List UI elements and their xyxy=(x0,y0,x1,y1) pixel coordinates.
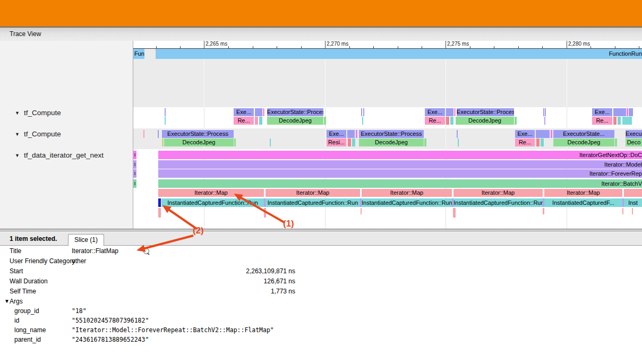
trace-slice[interactable] xyxy=(624,189,642,197)
row-chip[interactable]: I xyxy=(133,151,136,159)
trace-slice[interactable] xyxy=(424,138,426,146)
trace-slice[interactable] xyxy=(541,138,544,146)
trace-slice[interactable] xyxy=(545,108,546,116)
trace-slice[interactable]: Re... xyxy=(515,138,535,146)
trace-slice[interactable] xyxy=(255,117,258,125)
tab-slice[interactable]: Slice (1) xyxy=(68,234,104,246)
trace-slice[interactable] xyxy=(264,208,266,218)
trace-slice[interactable] xyxy=(551,130,552,138)
trace-slice[interactable] xyxy=(259,117,262,125)
trace-slice[interactable] xyxy=(632,208,633,214)
trace-slice[interactable] xyxy=(622,208,623,214)
row-chip[interactable]: I xyxy=(133,169,136,178)
trace-slice[interactable]: InstantiatedCapturedFunction::Run xyxy=(266,198,360,207)
trace-slice[interactable]: Deco xyxy=(626,138,642,146)
trace-slice[interactable] xyxy=(165,108,166,116)
trace-slice[interactable]: Exe... xyxy=(425,108,445,116)
trace-slice[interactable] xyxy=(446,117,449,125)
trace-slice[interactable] xyxy=(255,108,262,116)
sidebar-group-tf_Compute[interactable]: ▼tf_Compute xyxy=(0,108,133,118)
selected-slice[interactable] xyxy=(158,198,161,207)
trace-slice[interactable] xyxy=(543,108,544,116)
trace-slice[interactable]: Re... xyxy=(425,117,445,125)
trace-slice[interactable]: InstantiatedCapturedF... xyxy=(544,198,622,207)
trace-slice[interactable] xyxy=(543,208,544,214)
trace-slice[interactable]: Exe... xyxy=(592,108,612,116)
trace-slice[interactable]: Iterator::Map xyxy=(266,189,360,197)
magnifier-icon[interactable] xyxy=(143,248,149,254)
trace-slice[interactable]: Re... xyxy=(234,117,254,125)
trace-slice[interactable]: InstantiatedCapturedFunction::Run xyxy=(161,198,264,207)
trace-slice[interactable] xyxy=(356,130,357,138)
trace-slice[interactable]: ExecutorState::Process xyxy=(457,108,514,116)
trace-slice[interactable]: Iterator::Map xyxy=(544,189,622,197)
trace-slice[interactable]: Iterator::ForeverRep xyxy=(158,169,642,178)
trace-slice[interactable]: Execut xyxy=(626,130,642,138)
trace-slice[interactable] xyxy=(622,117,632,125)
row-chip[interactable]: I xyxy=(133,160,136,169)
trace-slice[interactable] xyxy=(158,130,159,138)
trace-slice[interactable] xyxy=(544,117,545,125)
trace-slice[interactable] xyxy=(165,117,166,125)
trace-slice[interactable] xyxy=(158,208,161,218)
trace-slice[interactable] xyxy=(363,108,364,116)
sidebar-group-tf_data_iterator_get_next[interactable]: ▼tf_data_iterator_get_next xyxy=(0,150,133,161)
trace-slice[interactable] xyxy=(234,138,236,146)
sidebar-group-tf_Compute[interactable]: ▼tf_Compute xyxy=(0,129,133,140)
trace-slice[interactable] xyxy=(458,138,459,146)
trace-slice[interactable]: Iterator::BatchV xyxy=(158,179,642,188)
trace-slice[interactable]: DecodeJpeg xyxy=(456,117,514,125)
row-chip[interactable]: I xyxy=(133,179,136,188)
trace-slice[interactable]: ExecutorState::Process xyxy=(162,130,234,138)
trace-slice[interactable] xyxy=(270,138,271,146)
trace-slice[interactable] xyxy=(324,117,326,125)
trace-slice[interactable]: Iterator::Map xyxy=(158,189,264,197)
trace-slice[interactable]: DecodeJpeg xyxy=(359,138,424,146)
trace-slice[interactable]: Exe... xyxy=(327,130,346,138)
trace-slice[interactable] xyxy=(536,138,540,146)
trace-slice[interactable] xyxy=(615,138,617,146)
trace-slice[interactable]: Re... xyxy=(592,117,612,125)
trace-slice[interactable] xyxy=(515,117,517,125)
trace-slice[interactable]: Exe... xyxy=(234,108,254,116)
trace-slice[interactable] xyxy=(453,208,456,218)
trace-slice[interactable]: DecodeJpeg xyxy=(267,117,323,125)
trace-slice[interactable] xyxy=(457,130,458,138)
trace-slice[interactable]: Resi... xyxy=(327,138,346,146)
trace-slice[interactable]: InstantiatedCapturedFunction::Run xyxy=(453,198,543,207)
trace-slice[interactable]: Iterator::Map xyxy=(453,189,543,197)
trace-slice[interactable] xyxy=(629,108,633,116)
trace-slice[interactable]: InstantiatedCapturedFunction::Run xyxy=(362,198,452,207)
trace-slice[interactable] xyxy=(618,117,621,125)
trace-slice[interactable]: IteratorGetNextOp::DoC xyxy=(158,151,642,159)
trace-slice[interactable]: DecodeJpeg xyxy=(553,138,614,146)
trace-slice[interactable] xyxy=(352,138,355,146)
trace-slice[interactable] xyxy=(347,130,355,138)
trace-slice[interactable]: FunctionRun xyxy=(156,48,642,59)
trace-slice[interactable] xyxy=(627,108,628,116)
trace-slice[interactable]: Iterator::Map xyxy=(362,189,452,197)
time-ruler[interactable]: 2,265 ms2,270 ms2,275 ms2,280 ms xyxy=(133,41,642,49)
trace-slice[interactable] xyxy=(143,130,144,138)
trace-slice[interactable] xyxy=(361,108,362,116)
trace-slice[interactable] xyxy=(613,117,617,125)
trace-slice[interactable] xyxy=(536,130,550,138)
trace-slice[interactable]: Fun xyxy=(133,48,144,59)
trace-slice[interactable] xyxy=(450,117,453,125)
trace-slice[interactable]: ExecutorState::Process xyxy=(267,108,323,116)
trace-slice[interactable]: Exe... xyxy=(515,130,535,138)
trace-slice[interactable] xyxy=(446,108,453,116)
trace-slice[interactable]: Inst xyxy=(624,198,642,207)
trace-slice[interactable] xyxy=(613,108,626,116)
trace-slice[interactable]: Iterator::Model xyxy=(158,160,642,169)
trace-slice[interactable] xyxy=(361,208,362,214)
trace-slice[interactable]: ExecutorState... xyxy=(553,130,614,138)
trace-slice[interactable] xyxy=(263,108,264,116)
trace-slice[interactable] xyxy=(454,108,456,116)
trace-slice[interactable] xyxy=(362,117,363,125)
panel-divider[interactable] xyxy=(0,229,642,232)
trace-slice[interactable] xyxy=(348,138,351,146)
trace-slice[interactable] xyxy=(162,138,164,146)
trace-slice[interactable]: DecodeJpeg xyxy=(164,138,234,146)
trace-slice[interactable]: ExecutorState::Process xyxy=(359,130,424,138)
